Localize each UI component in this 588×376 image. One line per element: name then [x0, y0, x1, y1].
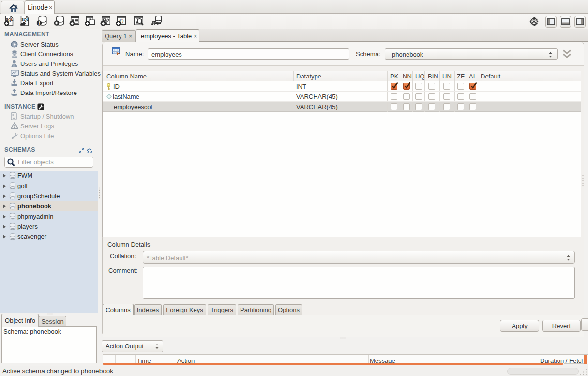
svg-text:SQL: SQL — [21, 17, 29, 22]
svg-text:i: i — [38, 20, 40, 26]
